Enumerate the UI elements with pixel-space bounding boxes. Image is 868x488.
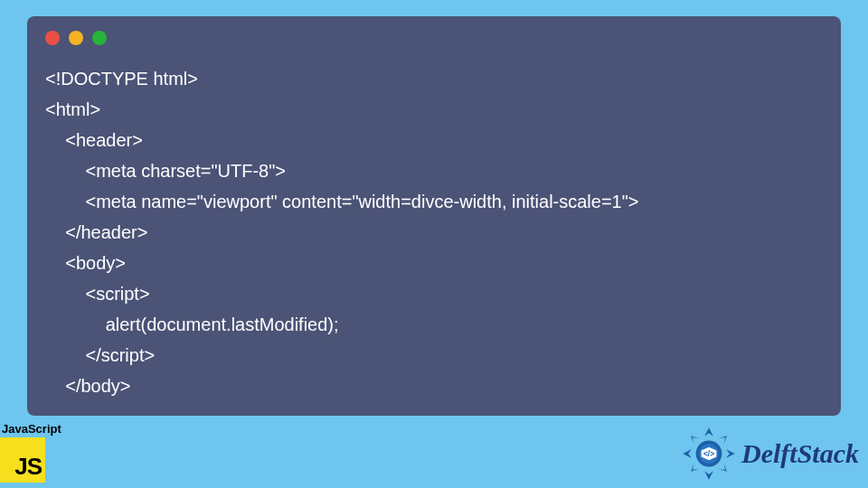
- svg-marker-1: [726, 449, 735, 458]
- brand-logo: </> DelftStack: [682, 427, 859, 481]
- svg-text:</>: </>: [703, 449, 714, 458]
- maximize-icon: [92, 31, 107, 45]
- javascript-badge: JavaScript JS: [0, 422, 61, 483]
- svg-marker-3: [683, 449, 692, 458]
- svg-marker-2: [704, 471, 713, 480]
- code-block: <!DOCTYPE html> <html> <header> <meta ch…: [45, 63, 823, 401]
- svg-marker-0: [704, 427, 713, 436]
- javascript-label: JavaScript: [0, 422, 61, 436]
- window-controls: [45, 31, 823, 45]
- close-icon: [45, 31, 60, 45]
- brand-emblem-icon: </>: [682, 427, 736, 481]
- minimize-icon: [69, 31, 83, 45]
- svg-marker-6: [691, 464, 699, 472]
- brand-name: DelftStack: [741, 438, 859, 469]
- footer: JavaScript JS </>: [0, 418, 868, 488]
- svg-marker-7: [691, 436, 699, 444]
- svg-marker-5: [719, 464, 727, 472]
- code-window: <!DOCTYPE html> <html> <header> <meta ch…: [27, 16, 841, 416]
- svg-marker-4: [719, 436, 727, 444]
- javascript-logo-icon: JS: [0, 437, 45, 483]
- javascript-logo-text: JS: [14, 453, 42, 481]
